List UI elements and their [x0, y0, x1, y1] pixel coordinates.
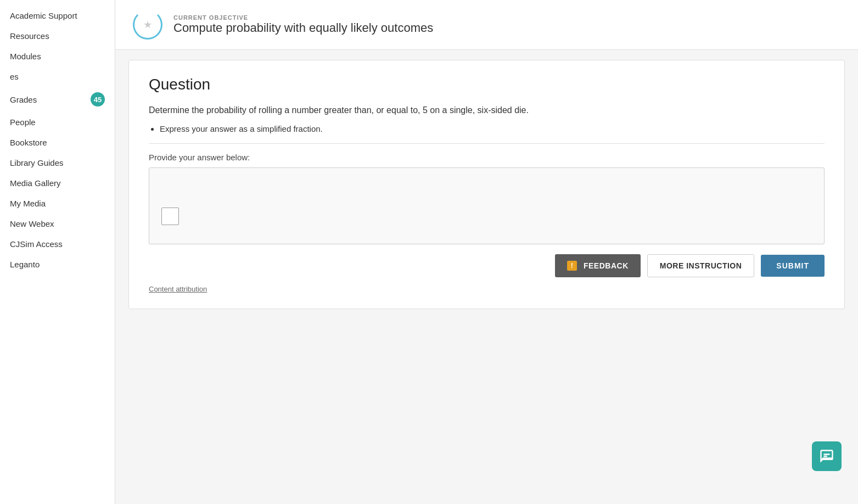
submit-button[interactable]: SUBMIT: [761, 255, 825, 277]
sidebar-item-cjsim-access[interactable]: CJSim Access: [0, 234, 115, 254]
sidebar-item-label-leganto: Leganto: [10, 260, 40, 269]
feedback-icon: !: [567, 261, 577, 271]
sidebar-item-label-es: es: [10, 72, 19, 81]
sidebar-item-new-webex[interactable]: New Webex: [0, 214, 115, 234]
objective-text-block: CURRENT OBJECTIVE Compute probability wi…: [173, 14, 433, 35]
sidebar-item-label-modules: Modules: [10, 52, 41, 61]
main-content: ★ CURRENT OBJECTIVE Compute probability …: [115, 0, 858, 504]
sidebar: Academic SupportResourcesModulesesGrades…: [0, 0, 115, 504]
content-attribution[interactable]: Content attribution: [149, 285, 825, 293]
sidebar-item-resources[interactable]: Resources: [0, 26, 115, 46]
sidebar-item-media-gallery[interactable]: Media Gallery: [0, 173, 115, 193]
chat-bubble-button[interactable]: [812, 441, 842, 471]
sidebar-item-label-bookstore: Bookstore: [10, 138, 47, 147]
sidebar-item-label-media-gallery: Media Gallery: [10, 178, 61, 188]
svg-rect-0: [823, 453, 830, 455]
question-bullet: Express your answer as a simplified frac…: [160, 124, 825, 133]
sidebar-item-grades[interactable]: Grades45: [0, 87, 115, 112]
objective-circle: ★: [133, 10, 162, 40]
feedback-label: FEEDBACK: [584, 261, 629, 270]
more-instruction-label: MORE INSTRUCTION: [660, 261, 742, 270]
star-icon: ★: [143, 19, 152, 31]
sidebar-item-modules[interactable]: Modules: [0, 46, 115, 66]
sidebar-badge-grades: 45: [91, 92, 105, 107]
answer-input-area[interactable]: [149, 167, 825, 244]
feedback-button[interactable]: ! FEEDBACK: [555, 254, 641, 277]
sidebar-item-label-people: People: [10, 117, 36, 127]
sidebar-item-leganto[interactable]: Leganto: [0, 254, 115, 275]
answer-section: Provide your answer below: ! FEEDBACK MO…: [149, 143, 825, 277]
chat-icon: [819, 449, 834, 464]
objective-banner: ★ CURRENT OBJECTIVE Compute probability …: [115, 0, 858, 50]
answer-label: Provide your answer below:: [149, 153, 825, 162]
question-heading: Question: [149, 76, 825, 93]
submit-label: SUBMIT: [776, 261, 809, 270]
svg-rect-1: [823, 456, 827, 457]
sidebar-item-label-resources: Resources: [10, 31, 49, 41]
sidebar-item-es[interactable]: es: [0, 66, 115, 87]
sidebar-item-label-academic-support: Academic Support: [10, 11, 77, 20]
sidebar-item-academic-support[interactable]: Academic Support: [0, 5, 115, 26]
objective-title: Compute probability with equally likely …: [173, 21, 433, 35]
sidebar-item-library-guides[interactable]: Library Guides: [0, 153, 115, 173]
sidebar-item-my-media[interactable]: My Media: [0, 193, 115, 214]
sidebar-item-label-library-guides: Library Guides: [10, 158, 64, 167]
action-row: ! FEEDBACK MORE INSTRUCTION SUBMIT: [149, 254, 825, 277]
sidebar-item-label-cjsim-access: CJSim Access: [10, 239, 63, 249]
sidebar-item-label-new-webex: New Webex: [10, 219, 54, 228]
sidebar-item-bookstore[interactable]: Bookstore: [0, 132, 115, 153]
fraction-input-box[interactable]: [161, 208, 179, 225]
sidebar-item-label-grades: Grades: [10, 95, 37, 104]
more-instruction-button[interactable]: MORE INSTRUCTION: [647, 254, 755, 277]
question-body: Determine the probability of rolling a n…: [149, 103, 825, 117]
question-card: Question Determine the probability of ro…: [128, 60, 845, 309]
sidebar-item-label-my-media: My Media: [10, 199, 46, 208]
objective-label: CURRENT OBJECTIVE: [173, 14, 433, 21]
sidebar-item-people[interactable]: People: [0, 112, 115, 132]
